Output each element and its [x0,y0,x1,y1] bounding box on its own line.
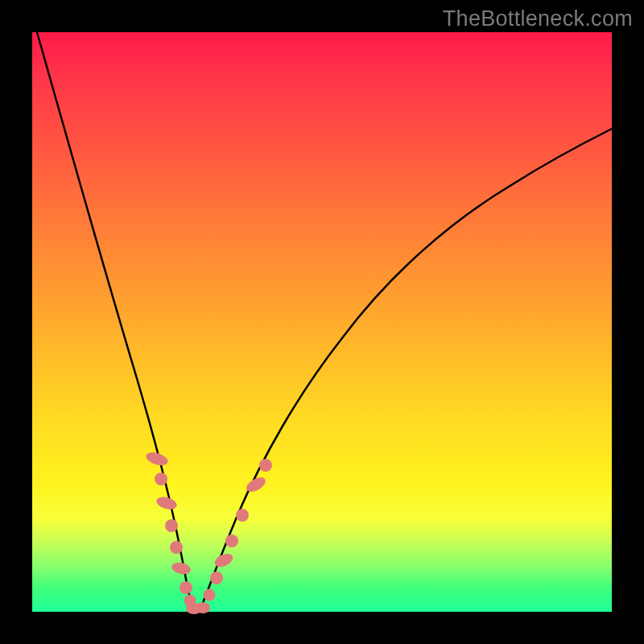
curve-right-branch [200,129,612,609]
plot-area [32,32,612,612]
bead [225,535,238,547]
bead [155,495,179,512]
bead [196,602,210,613]
watermark-text: TheBottleneck.com [443,6,633,31]
bead [236,509,249,522]
bead [170,541,183,554]
curve-svg [32,32,612,612]
bead [259,459,272,472]
bead [204,589,216,601]
bottleneck-curve [37,32,612,611]
bead [210,572,223,584]
bead [155,473,167,485]
chart-frame: TheBottleneck.com [0,0,644,644]
bead [165,519,178,532]
bead [171,561,192,576]
curve-beads [145,450,272,614]
bead [180,581,192,594]
